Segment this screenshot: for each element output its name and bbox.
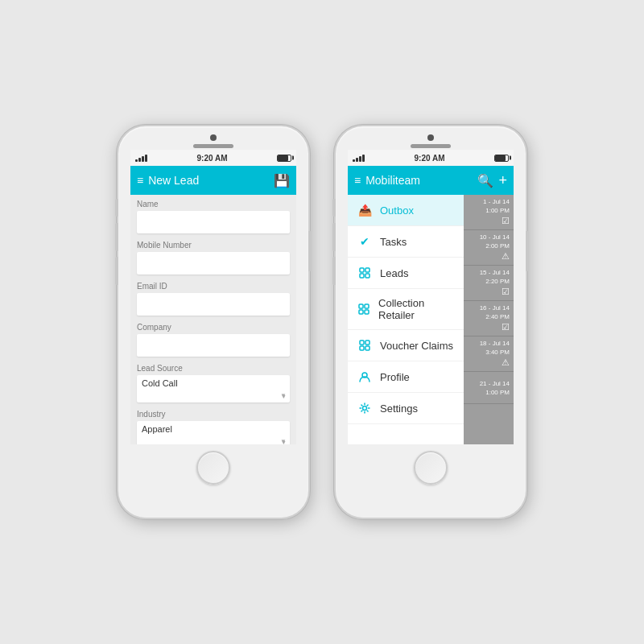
menu-item-voucher-claims[interactable]: Voucher Claims xyxy=(348,330,464,361)
svg-rect-8 xyxy=(360,341,364,345)
menu-item-settings[interactable]: Settings xyxy=(348,393,464,424)
lead-source-value: Cold Call xyxy=(137,375,290,391)
right-status-bar: 9:20 AM xyxy=(348,150,514,166)
field-name: Name xyxy=(130,195,296,236)
svg-point-13 xyxy=(363,407,367,411)
svg-rect-5 xyxy=(365,304,369,308)
mute-button[interactable] xyxy=(115,199,118,217)
timeline-panel: 1 - Jul 14 1:00 PM ☑ 10 - Jul 14 2:00 PM… xyxy=(464,195,514,444)
svg-rect-11 xyxy=(365,346,369,350)
menu-label-outbox: Outbox xyxy=(380,204,414,217)
volume-up-button[interactable] xyxy=(115,223,118,251)
menu-label-leads: Leads xyxy=(380,267,408,279)
rbar1 xyxy=(353,159,355,162)
left-phone: 9:20 AM ≡ New Lead 💾 Name xyxy=(117,125,310,519)
right-app-header: ≡ Mobiliteam 🔍 + xyxy=(348,166,514,195)
battery-fill-right xyxy=(495,155,506,161)
left-status-left xyxy=(135,154,147,162)
right-power-button[interactable] xyxy=(526,231,529,271)
left-save-icon[interactable]: 💾 xyxy=(274,173,290,188)
menu-content-area: 📤 Outbox ✔ Tasks xyxy=(348,195,514,444)
left-header-title: New Lead xyxy=(148,174,269,187)
tasks-icon: ✔ xyxy=(357,234,372,249)
volume-down-button[interactable] xyxy=(115,257,118,285)
timeline-time-6: 1:00 PM xyxy=(485,389,510,396)
timeline-date-1: 1 - Jul 14 xyxy=(483,198,510,205)
rbar3 xyxy=(359,156,361,162)
menu-item-tasks[interactable]: ✔ Tasks xyxy=(348,226,464,258)
svg-rect-9 xyxy=(365,341,369,345)
speaker-right xyxy=(411,144,451,148)
timeline-icon-4: ☑ xyxy=(502,322,510,332)
timeline-time-3: 2:20 PM xyxy=(485,278,510,285)
label-lead-source: Lead Source xyxy=(137,364,290,373)
speaker-left xyxy=(193,144,233,148)
field-mobile: Mobile Number xyxy=(130,236,296,277)
signal-bars-right xyxy=(353,154,365,162)
right-mute-button[interactable] xyxy=(332,199,336,217)
phone-top-right xyxy=(336,126,526,148)
leads-icon xyxy=(357,266,372,280)
power-button[interactable] xyxy=(308,231,312,271)
timeline-item-3: 15 - Jul 14 2:20 PM ☑ xyxy=(464,266,514,301)
menu-item-outbox[interactable]: 📤 Outbox xyxy=(348,195,464,226)
input-mobile[interactable] xyxy=(137,252,290,275)
right-home-button[interactable] xyxy=(414,451,448,485)
industry-arrow: ▼ xyxy=(280,438,287,444)
left-app-header: ≡ New Lead 💾 xyxy=(130,166,296,195)
bar1 xyxy=(135,159,138,162)
input-name[interactable] xyxy=(137,211,290,233)
timeline-item-4: 16 - Jul 14 2:40 PM ☑ xyxy=(464,301,514,336)
left-status-time: 9:20 AM xyxy=(197,154,228,163)
svg-rect-10 xyxy=(360,346,364,350)
field-email: Email ID xyxy=(130,277,296,318)
right-status-left xyxy=(353,154,365,162)
left-home-button[interactable] xyxy=(196,451,230,485)
battery-right xyxy=(494,155,509,162)
right-search-icon[interactable]: 🔍 xyxy=(477,173,493,188)
phones-container: 9:20 AM ≡ New Lead 💾 Name xyxy=(117,125,527,519)
field-company: Company xyxy=(130,318,296,359)
menu-label-collection-retailer: Collection Retailer xyxy=(378,297,454,321)
svg-rect-3 xyxy=(365,274,369,278)
svg-rect-1 xyxy=(365,268,369,272)
left-screen: 9:20 AM ≡ New Lead 💾 Name xyxy=(130,150,296,444)
right-add-icon[interactable]: + xyxy=(498,172,507,189)
timeline-item-2: 10 - Jul 14 2:00 PM ⚠ xyxy=(464,230,514,266)
camera-left xyxy=(210,134,217,141)
right-volume-down-button[interactable] xyxy=(332,257,336,285)
svg-rect-4 xyxy=(359,304,363,308)
voucher-claims-icon xyxy=(357,338,372,353)
menu-item-collection-retailer[interactable]: Collection Retailer xyxy=(348,289,464,330)
timeline-icon-1: ☑ xyxy=(502,216,510,226)
select-industry[interactable]: Apparel ▼ xyxy=(137,421,290,444)
label-industry: Industry xyxy=(137,410,290,419)
right-phone: 9:20 AM ≡ Mobiliteam 🔍 + xyxy=(334,125,527,519)
right-screen: 9:20 AM ≡ Mobiliteam 🔍 + xyxy=(348,150,514,444)
label-company: Company xyxy=(137,323,290,332)
menu-item-leads[interactable]: Leads xyxy=(348,258,464,289)
timeline-time-5: 3:40 PM xyxy=(485,349,510,356)
right-status-right xyxy=(494,155,509,162)
timeline-time-4: 2:40 PM xyxy=(485,313,510,320)
timeline-icon-2: ⚠ xyxy=(502,251,510,262)
input-email[interactable] xyxy=(137,293,290,316)
right-volume-up-button[interactable] xyxy=(332,223,336,251)
input-company[interactable] xyxy=(137,334,290,357)
battery-left xyxy=(277,155,291,162)
outbox-icon: 📤 xyxy=(357,203,372,217)
menu-label-tasks: Tasks xyxy=(380,236,407,248)
select-lead-source[interactable]: Cold Call ▼ xyxy=(137,375,290,402)
timeline-item-5: 18 - Jul 14 3:40 PM ⚠ xyxy=(464,336,514,372)
timeline-date-3: 15 - Jul 14 xyxy=(480,269,510,276)
timeline-time-1: 1:00 PM xyxy=(485,207,510,214)
left-status-bar: 9:20 AM xyxy=(130,150,296,166)
bar3 xyxy=(142,156,144,162)
right-hamburger-icon[interactable]: ≡ xyxy=(354,174,361,187)
phone-top-left xyxy=(118,126,308,148)
collection-retailer-icon xyxy=(357,302,370,316)
timeline-date-4: 16 - Jul 14 xyxy=(480,304,510,312)
menu-item-profile[interactable]: Profile xyxy=(348,361,464,393)
settings-icon xyxy=(357,401,372,415)
left-hamburger-icon[interactable]: ≡ xyxy=(137,174,143,187)
